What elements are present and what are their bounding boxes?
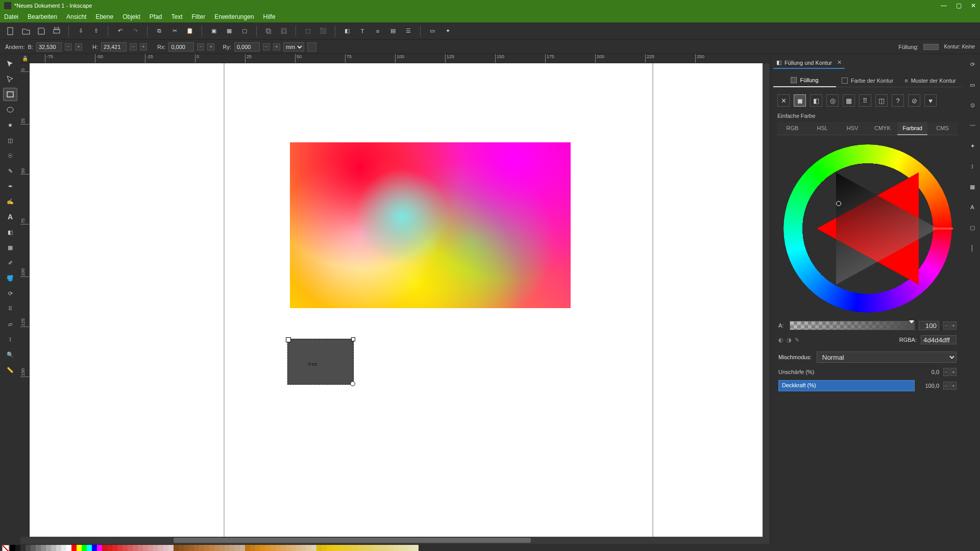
layers-icon[interactable]: ≡: [372, 26, 383, 37]
palette-swatch[interactable]: [143, 545, 148, 551]
snap-bbox-icon[interactable]: ▭: [967, 80, 977, 90]
palette-swatch[interactable]: [230, 545, 235, 551]
width-input[interactable]: [36, 42, 62, 52]
dock-tab-fill-stroke[interactable]: ◧ Füllung und Kontur ✕: [773, 57, 845, 69]
flat-color-icon[interactable]: ◼: [794, 94, 806, 107]
palette-swatch[interactable]: [281, 545, 286, 551]
measure-tool-icon[interactable]: 📏: [3, 363, 17, 377]
text-tool-icon[interactable]: A: [3, 210, 17, 223]
palette-swatch[interactable]: [209, 545, 214, 551]
palette-swatch[interactable]: [51, 545, 56, 551]
fill-swatch[interactable]: [923, 44, 939, 50]
palette-swatch[interactable]: [403, 545, 408, 551]
palette-swatch[interactable]: [31, 545, 36, 551]
menu-text[interactable]: Text: [172, 13, 183, 20]
maximize-button[interactable]: ▢: [956, 2, 962, 9]
palette-swatch[interactable]: [383, 545, 388, 551]
menu-objekt[interactable]: Objekt: [122, 13, 140, 20]
new-document-icon[interactable]: [5, 26, 16, 37]
palette-swatch[interactable]: [352, 545, 357, 551]
palette-swatch[interactable]: [373, 545, 378, 551]
zoom-page-icon[interactable]: ▢: [239, 26, 250, 37]
palette-swatch[interactable]: [301, 545, 306, 551]
ry-input[interactable]: [234, 42, 260, 52]
snap-grid-icon[interactable]: ▦: [967, 182, 977, 192]
mesh-gradient-icon[interactable]: ⠿: [859, 94, 871, 107]
palette-swatch[interactable]: [322, 545, 327, 551]
no-paint-icon[interactable]: ✕: [777, 94, 790, 107]
connector-tool-icon[interactable]: ⟟: [3, 333, 17, 346]
colortab-hsl[interactable]: HSL: [807, 122, 838, 135]
opacity-decrement[interactable]: −: [943, 382, 949, 390]
menu-hilfe[interactable]: Hilfe: [263, 13, 276, 20]
palette-swatch[interactable]: [276, 545, 281, 551]
rx-decrement[interactable]: −: [197, 43, 204, 51]
palette-swatch[interactable]: [158, 545, 163, 551]
close-icon[interactable]: ✕: [837, 59, 842, 66]
palette-swatch[interactable]: [179, 545, 184, 551]
palette-swatch[interactable]: [163, 545, 168, 551]
blend-select[interactable]: Normal: [817, 352, 957, 363]
menu-erweiterungen[interactable]: Erweiterungen: [214, 13, 254, 20]
ellipse-tool-icon[interactable]: [3, 103, 17, 116]
palette-swatch[interactable]: [316, 545, 322, 551]
palette-swatch[interactable]: [245, 545, 250, 551]
unknown-paint-icon[interactable]: ?: [892, 94, 904, 107]
no-color-swatch[interactable]: [2, 545, 9, 551]
close-button[interactable]: ✕: [971, 2, 976, 9]
palette-swatch[interactable]: [153, 545, 158, 551]
palette-swatch[interactable]: [82, 545, 87, 551]
horizontal-ruler[interactable]: -75 -50 -25 0 25 50 75 100 125 150 175 2…: [30, 54, 770, 63]
sv-marker[interactable]: [836, 201, 841, 206]
color-wheel[interactable]: [783, 144, 952, 313]
vertical-scrollbar[interactable]: [763, 63, 770, 537]
zoom-tool-icon[interactable]: 🔍: [3, 348, 17, 361]
import-icon[interactable]: ⇩: [75, 26, 86, 37]
bezier-tool-icon[interactable]: ✒: [3, 180, 17, 193]
export-icon[interactable]: ⇧: [90, 26, 102, 37]
swatch-icon[interactable]: ◫: [875, 94, 888, 107]
width-increment[interactable]: +: [75, 43, 82, 51]
snap-node-icon[interactable]: ⊙: [967, 100, 977, 110]
menu-filter[interactable]: Filter: [192, 13, 206, 20]
palette-swatch[interactable]: [194, 545, 199, 551]
height-input[interactable]: [101, 42, 127, 52]
clone-icon[interactable]: ⿴: [278, 26, 289, 37]
alpha-increment[interactable]: +: [950, 321, 957, 330]
opacity-slider[interactable]: Deckkraft (%): [778, 380, 915, 391]
ruler-lock-icon[interactable]: 🔒: [20, 54, 30, 63]
corner-reset-icon[interactable]: [307, 42, 316, 52]
height-decrement[interactable]: −: [130, 43, 137, 51]
palette-swatch[interactable]: [413, 545, 419, 551]
palette-swatch[interactable]: [189, 545, 194, 551]
blur-increment[interactable]: +: [950, 368, 957, 376]
tab-stroke-style[interactable]: ≡Muster der Kontur: [899, 74, 962, 87]
node-tool-icon[interactable]: [3, 72, 17, 86]
palette-swatch[interactable]: [235, 545, 240, 551]
star-tool-icon[interactable]: ★: [3, 118, 17, 132]
palette-swatch[interactable]: [342, 545, 347, 551]
palette-swatch[interactable]: [174, 545, 179, 551]
palette-swatch[interactable]: [92, 545, 97, 551]
horizontal-scrollbar[interactable]: [20, 537, 770, 544]
print-icon[interactable]: [51, 26, 62, 37]
palette-swatch[interactable]: [393, 545, 398, 551]
colortab-rgb[interactable]: RGB: [777, 122, 807, 135]
alpha-marker[interactable]: [909, 320, 914, 323]
spray-tool-icon[interactable]: ⠿: [3, 302, 17, 315]
cut-icon[interactable]: ✂: [169, 26, 180, 37]
unset-paint-icon[interactable]: ⊘: [908, 94, 920, 107]
selector-tool-icon[interactable]: [3, 57, 17, 70]
palette-swatch[interactable]: [15, 545, 20, 551]
palette-swatch[interactable]: [357, 545, 362, 551]
redo-icon[interactable]: ↷: [130, 26, 141, 37]
palette-swatch[interactable]: [362, 545, 368, 551]
units-select[interactable]: mm: [283, 42, 304, 52]
width-decrement[interactable]: −: [65, 43, 72, 51]
pencil-tool-icon[interactable]: ✎: [3, 164, 17, 178]
palette-swatch[interactable]: [225, 545, 230, 551]
paste-icon[interactable]: 📋: [184, 26, 195, 37]
palette-swatch[interactable]: [36, 545, 41, 551]
alpha-input[interactable]: [919, 321, 939, 330]
palette-swatch[interactable]: [122, 545, 128, 551]
